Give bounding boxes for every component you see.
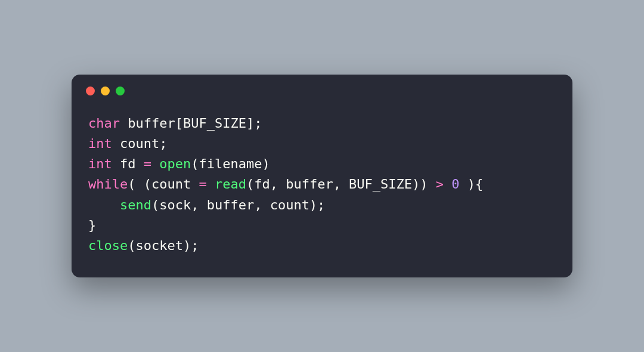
minimize-icon[interactable]	[101, 87, 110, 95]
code-window: char buffer[BUF_SIZE]; int count; int fd…	[72, 75, 572, 277]
maximize-icon[interactable]	[116, 87, 125, 95]
code-content: char buffer[BUF_SIZE]; int count; int fd…	[72, 101, 572, 277]
window-titlebar	[72, 75, 572, 101]
close-icon[interactable]	[86, 87, 95, 95]
